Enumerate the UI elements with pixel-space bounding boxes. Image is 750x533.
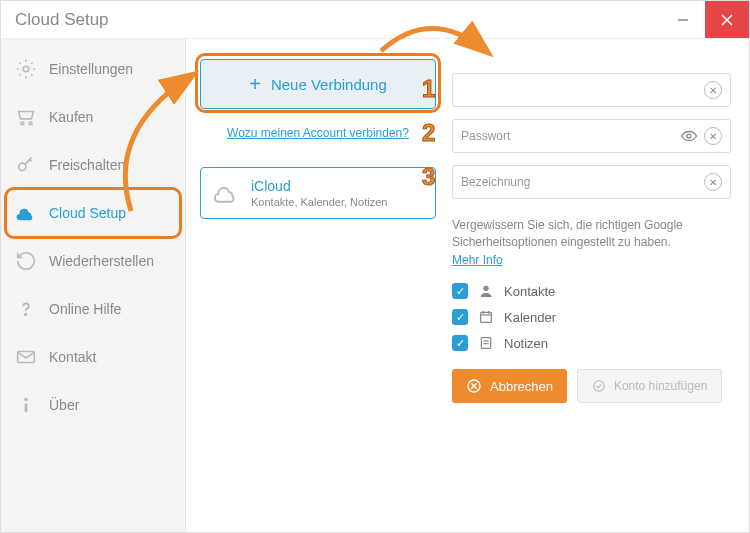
svg-rect-10 <box>25 403 28 412</box>
calendar-icon <box>478 309 494 325</box>
sidebar-item-label: Online Hilfe <box>49 301 121 317</box>
svg-point-9 <box>24 398 28 402</box>
sidebar-item-about[interactable]: Über <box>1 381 185 429</box>
center-column: + Neue Verbindung Wozu meinen Account ve… <box>186 39 446 532</box>
sync-options: ✓ Kontakte ✓ Kalender ✓ Notizen <box>452 283 731 351</box>
key-icon <box>15 154 37 176</box>
sidebar-item-label: Kontakt <box>49 349 96 365</box>
svg-point-11 <box>687 134 691 138</box>
close-button[interactable] <box>705 1 749 38</box>
new-connection-label: Neue Verbindung <box>271 76 387 93</box>
label-input[interactable] <box>461 175 698 189</box>
svg-point-5 <box>29 122 32 125</box>
person-icon <box>478 283 494 299</box>
svg-point-6 <box>19 163 26 170</box>
cloud-card-title: iCloud <box>251 178 387 194</box>
sidebar-item-contact[interactable]: Kontakt <box>1 333 185 381</box>
body: Einstellungen Kaufen Freischalten Cloud … <box>1 39 749 532</box>
email-input[interactable] <box>461 83 698 97</box>
sidebar-item-label: Freischalten <box>49 157 125 173</box>
svg-point-23 <box>594 381 605 392</box>
sidebar-item-settings[interactable]: Einstellungen <box>1 45 185 93</box>
sidebar-item-cloud[interactable]: Cloud Setup <box>1 189 185 237</box>
cloud-icon <box>213 180 239 206</box>
form-column: ✕ ✕ ✕ Vergewissern Sie sich, die richtig… <box>446 39 749 532</box>
check-calendar[interactable]: ✓ Kalender <box>452 309 731 325</box>
main: + Neue Verbindung Wozu meinen Account ve… <box>186 39 749 532</box>
add-account-button[interactable]: Konto hinzufügen <box>577 369 722 403</box>
annotation-number-1: 1 <box>422 75 435 103</box>
svg-point-7 <box>25 314 27 316</box>
sidebar-item-label: Wiederherstellen <box>49 253 154 269</box>
checkbox-icon[interactable]: ✓ <box>452 283 468 299</box>
restore-icon <box>15 250 37 272</box>
eye-icon[interactable] <box>680 127 698 145</box>
svg-rect-17 <box>481 338 490 349</box>
window-controls <box>661 1 749 38</box>
sidebar-item-buy[interactable]: Kaufen <box>1 93 185 141</box>
svg-point-4 <box>21 122 24 125</box>
why-connect-link[interactable]: Wozu meinen Account verbinden? <box>227 126 409 140</box>
gear-icon <box>15 58 37 80</box>
app-window: Cloud Setup Einstellungen Kaufe <box>0 0 750 533</box>
sidebar-item-label: Über <box>49 397 79 413</box>
sidebar-item-label: Einstellungen <box>49 61 133 77</box>
info-icon <box>15 394 37 416</box>
checkbox-icon[interactable]: ✓ <box>452 335 468 351</box>
svg-point-12 <box>483 286 488 291</box>
clear-icon[interactable]: ✕ <box>704 173 722 191</box>
check-contacts[interactable]: ✓ Kontakte <box>452 283 731 299</box>
cloud-account-card[interactable]: iCloud Kontakte, Kalender, Notizen <box>200 167 436 219</box>
titlebar: Cloud Setup <box>1 1 749 39</box>
email-field-wrapper: ✕ <box>452 73 731 107</box>
notes-icon <box>478 335 494 351</box>
annotation-number-2: 2 <box>422 119 435 147</box>
window-title: Cloud Setup <box>15 10 109 30</box>
new-connection-button[interactable]: + Neue Verbindung <box>200 59 436 109</box>
password-field-wrapper: ✕ <box>452 119 731 153</box>
cart-icon <box>15 106 37 128</box>
cancel-icon <box>466 378 482 394</box>
sidebar-item-unlock[interactable]: Freischalten <box>1 141 185 189</box>
cloud-icon <box>15 202 37 224</box>
sidebar-item-restore[interactable]: Wiederherstellen <box>1 237 185 285</box>
label-field-wrapper: ✕ <box>452 165 731 199</box>
sidebar-item-help[interactable]: Online Hilfe <box>1 285 185 333</box>
annotation-number-3: 3 <box>422 163 435 191</box>
cloud-card-subtitle: Kontakte, Kalender, Notizen <box>251 196 387 208</box>
mail-icon <box>15 346 37 368</box>
check-circle-icon <box>592 379 606 393</box>
sidebar-item-label: Kaufen <box>49 109 93 125</box>
plus-icon: + <box>249 73 261 96</box>
sidebar-item-label: Cloud Setup <box>49 205 126 221</box>
sidebar: Einstellungen Kaufen Freischalten Cloud … <box>1 39 186 532</box>
security-hint: Vergewissern Sie sich, die richtigen Goo… <box>452 217 731 269</box>
minimize-button[interactable] <box>661 1 705 38</box>
cancel-button[interactable]: Abbrechen <box>452 369 567 403</box>
help-icon <box>15 298 37 320</box>
svg-rect-13 <box>481 313 492 323</box>
clear-icon[interactable]: ✕ <box>704 81 722 99</box>
svg-point-3 <box>23 66 29 72</box>
clear-icon[interactable]: ✕ <box>704 127 722 145</box>
checkbox-icon[interactable]: ✓ <box>452 309 468 325</box>
password-input[interactable] <box>461 129 680 143</box>
check-notes[interactable]: ✓ Notizen <box>452 335 731 351</box>
more-info-link[interactable]: Mehr Info <box>452 253 503 267</box>
